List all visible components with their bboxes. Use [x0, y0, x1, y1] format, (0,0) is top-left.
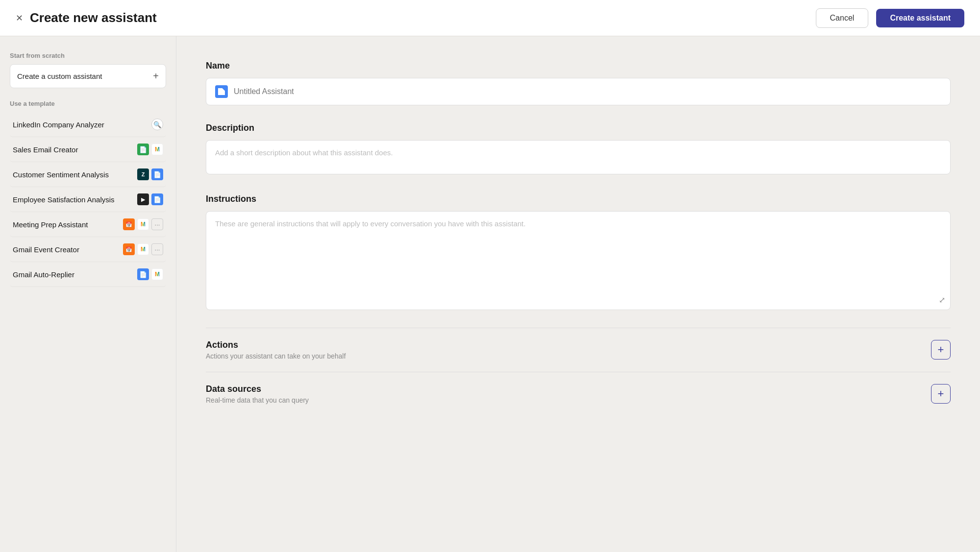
- actions-title: Actions: [206, 340, 346, 350]
- create-custom-label: Create a custom assistant: [17, 72, 102, 80]
- name-input[interactable]: [234, 87, 941, 96]
- instructions-wrapper: ⤢: [206, 211, 951, 310]
- template-name-linkedin: LinkedIn Company Analyzer: [13, 120, 151, 129]
- gmail-icon-gmail-event: M: [137, 243, 149, 255]
- sidebar: Start from scratch Create a custom assis…: [0, 36, 176, 552]
- template-name-gmail-event: Gmail Event Creator: [13, 245, 123, 254]
- dots-icon-meeting: ···: [151, 218, 163, 230]
- doc-blue-icon-sentiment: 📄: [151, 168, 163, 180]
- actions-section: Actions Actions your assistant can take …: [206, 328, 951, 372]
- template-name-sentiment: Customer Sentiment Analysis: [13, 170, 137, 179]
- template-list: LinkedIn Company Analyzer 🔍 Sales Email …: [10, 112, 166, 287]
- template-icons-employee: ▶ 📄: [137, 193, 163, 205]
- datasources-section: Data sources Real-time data that you can…: [206, 372, 951, 416]
- gmail-icon-gmail-reply: M: [151, 268, 163, 280]
- orange-icon-meeting: 📅: [123, 218, 135, 230]
- doc-blue-icon-gmail-reply: 📄: [137, 268, 149, 280]
- template-item-gmail-reply[interactable]: Gmail Auto-Replier 📄 M: [10, 262, 166, 287]
- expand-icon[interactable]: ⤢: [939, 295, 945, 305]
- template-item-linkedin[interactable]: LinkedIn Company Analyzer 🔍: [10, 112, 166, 137]
- instructions-input[interactable]: [206, 212, 950, 310]
- close-icon[interactable]: ✕: [16, 13, 23, 24]
- main-layout: Start from scratch Create a custom assis…: [0, 36, 980, 552]
- cancel-button[interactable]: Cancel: [816, 8, 869, 28]
- page-title: Create new assistant: [30, 10, 157, 25]
- template-item-meeting[interactable]: Meeting Prep Assistant 📅 M ···: [10, 212, 166, 237]
- description-label: Description: [206, 123, 951, 133]
- datasources-text: Data sources Real-time data that you can…: [206, 384, 309, 404]
- datasources-description: Real-time data that you can query: [206, 396, 309, 404]
- template-name-employee: Employee Satisfaction Analysis: [13, 195, 137, 204]
- description-section: Description: [206, 123, 951, 176]
- datasources-title: Data sources: [206, 384, 309, 394]
- gmail-icon-meeting: M: [137, 218, 149, 230]
- template-icons-gmail-event: 📅 M ···: [123, 243, 163, 255]
- scratch-section-label: Start from scratch: [10, 52, 166, 59]
- template-section-label: Use a template: [10, 100, 166, 107]
- template-item-gmail-event[interactable]: Gmail Event Creator 📅 M ···: [10, 237, 166, 262]
- doc-blue-icon-employee: 📄: [151, 193, 163, 205]
- template-name-sales: Sales Email Creator: [13, 145, 137, 154]
- add-datasources-button[interactable]: +: [931, 384, 951, 404]
- name-label: Name: [206, 61, 951, 71]
- header-left: ✕ Create new assistant: [16, 10, 157, 25]
- template-item-sentiment[interactable]: Customer Sentiment Analysis Z 📄: [10, 162, 166, 187]
- name-section: Name: [206, 61, 951, 105]
- actions-text: Actions Actions your assistant can take …: [206, 340, 346, 360]
- dark-icon-employee: ▶: [137, 193, 149, 205]
- assistant-icon: [215, 85, 228, 98]
- gmail-icon-sales: M: [151, 144, 163, 155]
- template-name-meeting: Meeting Prep Assistant: [13, 220, 123, 229]
- search-icon: 🔍: [151, 119, 163, 130]
- create-assistant-button[interactable]: Create assistant: [876, 9, 964, 27]
- header-right: Cancel Create assistant: [816, 8, 964, 28]
- dots-icon-gmail-event: ···: [151, 243, 163, 255]
- template-icons-sentiment: Z 📄: [137, 168, 163, 180]
- template-item-sales[interactable]: Sales Email Creator 📄 M: [10, 137, 166, 162]
- instructions-label: Instructions: [206, 194, 951, 204]
- content-area: Name Description Instructions ⤢ Actions …: [176, 36, 980, 552]
- template-item-employee[interactable]: Employee Satisfaction Analysis ▶ 📄: [10, 187, 166, 212]
- plus-icon: +: [153, 71, 159, 82]
- template-icons-gmail-reply: 📄 M: [137, 268, 163, 280]
- create-custom-button[interactable]: Create a custom assistant +: [10, 64, 166, 88]
- doc-green-icon: 📄: [137, 144, 149, 155]
- template-icons-sales: 📄 M: [137, 144, 163, 155]
- description-input[interactable]: [206, 140, 951, 174]
- zendesk-icon: Z: [137, 168, 149, 180]
- instructions-section: Instructions ⤢: [206, 194, 951, 310]
- add-actions-button[interactable]: +: [931, 340, 951, 360]
- template-name-gmail-reply: Gmail Auto-Replier: [13, 270, 137, 279]
- header: ✕ Create new assistant Cancel Create ass…: [0, 0, 980, 36]
- template-icons-meeting: 📅 M ···: [123, 218, 163, 230]
- template-icons-linkedin: 🔍: [151, 119, 163, 130]
- actions-description: Actions your assistant can take on your …: [206, 352, 346, 360]
- name-input-wrapper: [206, 78, 951, 105]
- orange-icon-gmail-event: 📅: [123, 243, 135, 255]
